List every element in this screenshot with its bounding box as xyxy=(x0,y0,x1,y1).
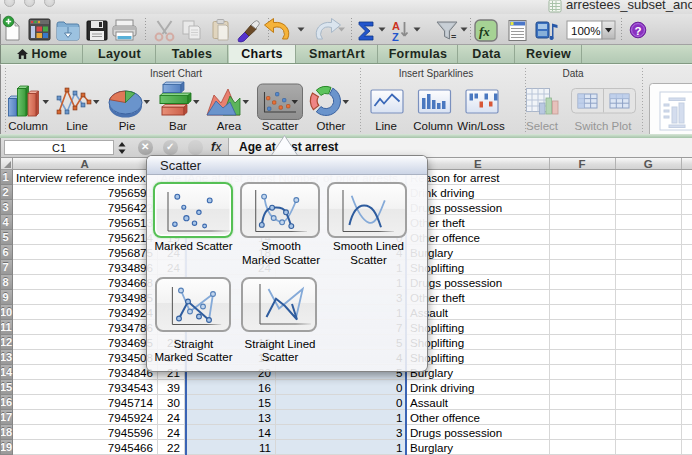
svg-text:fx: fx xyxy=(479,24,490,39)
svg-text:=: = xyxy=(451,32,456,42)
svg-text:Z: Z xyxy=(392,31,399,43)
svg-text:?: ? xyxy=(635,25,642,37)
svg-text:100%: 100% xyxy=(571,25,600,37)
